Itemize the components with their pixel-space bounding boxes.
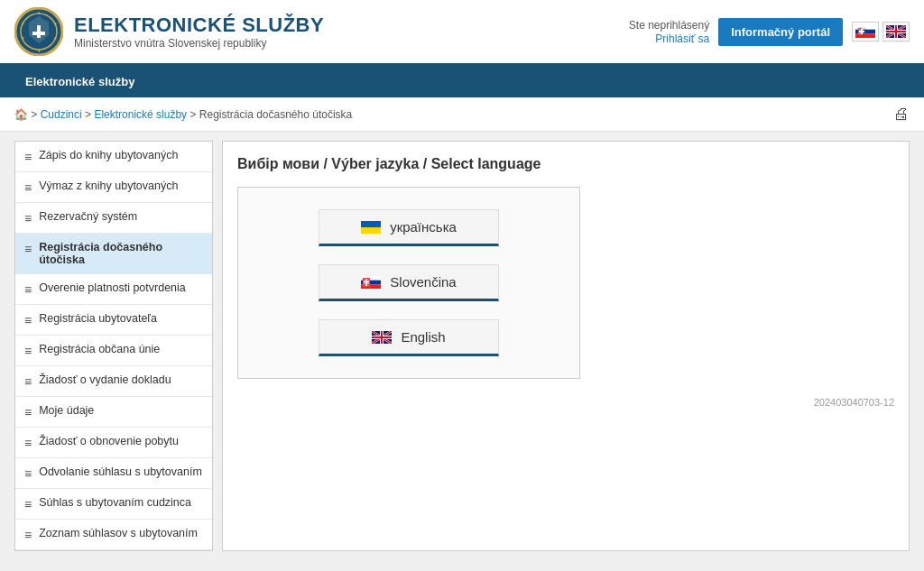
language-flags (852, 22, 910, 41)
sidebar-item-label-4: Overenie platnosti potvrdenia (39, 281, 186, 294)
breadcrumb-sep3: > (189, 108, 199, 121)
sidebar-item-12[interactable]: ≡Zoznam súhlasov s ubytovaním (15, 520, 212, 550)
sidebar-item-label-10: Odvolanie súhlasu s ubytovaním (39, 465, 202, 478)
sidebar-item-label-11: Súhlas s ubytovaním cudzinca (39, 496, 191, 509)
portal-button[interactable]: Informačný portál (718, 18, 843, 46)
main-content: ≡Zápis do knihy ubytovaných≡Výmaz z knih… (0, 132, 924, 560)
svg-rect-27 (886, 31, 906, 32)
sidebar-item-label-9: Žiadosť o obnovenie pobytu (39, 435, 179, 447)
sidebar: ≡Zápis do knihy ubytovaných≡Výmaz z knih… (14, 141, 213, 551)
breadcrumb-bar: 🏠 > Cudzinci > Elektronické služby > Reg… (0, 97, 924, 132)
breadcrumb-current: Registrácia dočasného útočiska (199, 108, 352, 121)
breadcrumb-cudzinci[interactable]: Cudzinci (41, 108, 82, 121)
sidebar-item-label-12: Zoznam súhlasov s ubytovaním (39, 527, 198, 539)
nav-item-elektronicke-sluzby[interactable]: Elektronické služby (14, 66, 145, 97)
sidebar-item-label-3: Registrácia dočasného útočiska (39, 241, 203, 266)
flag-gb-button[interactable] (882, 22, 910, 41)
sidebar-item-11[interactable]: ≡Súhlas s ubytovaním cudzinca (15, 489, 212, 520)
sidebar-item-1[interactable]: ≡Výmaz z knihy ubytovaných (15, 172, 212, 203)
login-link[interactable]: Prihlásiť sa (655, 32, 709, 45)
svg-rect-17 (859, 31, 864, 32)
header-left: ★ ★ ★ ★ ★ ★ ELEKTRONICKÉ SLUŽBY Minister… (14, 7, 324, 56)
language-option-2[interactable]: English (319, 319, 499, 356)
flag-sk-button[interactable] (852, 22, 879, 41)
sidebar-item-3[interactable]: ≡Registrácia dočasného útočiska (15, 234, 212, 274)
sidebar-item-5[interactable]: ≡Registrácia ubytovateľa (15, 305, 212, 336)
sidebar-item-0[interactable]: ≡Zápis do knihy ubytovaných (15, 142, 212, 172)
site-subtitle: Ministerstvo vnútra Slovenskej republiky (74, 37, 324, 50)
sidebar-item-icon-9: ≡ (24, 436, 32, 450)
sidebar-item-icon-6: ≡ (24, 344, 32, 358)
breadcrumb-home[interactable]: 🏠 (14, 108, 28, 121)
slovakia-flag-icon (361, 276, 381, 289)
content-footer: 202403040703-12 (237, 397, 894, 408)
sidebar-item-icon-10: ≡ (24, 466, 32, 481)
header-right: Ste neprihlásený Prihlásiť sa Informačný… (629, 18, 910, 46)
header: ★ ★ ★ ★ ★ ★ ELEKTRONICKÉ SLUŽBY Minister… (0, 0, 924, 66)
language-option-0[interactable]: українська (319, 209, 499, 246)
svg-rect-29 (361, 227, 381, 234)
sidebar-item-icon-5: ≡ (24, 313, 32, 327)
language-option-1[interactable]: Slovenčina (319, 264, 499, 301)
content-title: Вибір мови / Výber jazyka / Select langu… (237, 156, 894, 172)
sidebar-item-icon-11: ≡ (24, 497, 32, 511)
breadcrumb: 🏠 > Cudzinci > Elektronické služby > Reg… (14, 108, 352, 121)
print-icon[interactable]: 🖨 (893, 105, 910, 124)
language-selection-box: українська Slovenčina English (237, 187, 580, 379)
site-title: ELEKTRONICKÉ SLUŽBY (74, 14, 324, 37)
breadcrumb-sep1: > (31, 108, 40, 121)
sidebar-item-icon-3: ≡ (24, 242, 32, 256)
sidebar-item-icon-1: ≡ (24, 180, 32, 195)
auth-status: Ste neprihlásený (629, 19, 709, 32)
language-label-1: Slovenčina (390, 274, 456, 290)
sidebar-item-4[interactable]: ≡Overenie platnosti potvrdenia (15, 274, 212, 305)
sidebar-item-icon-2: ≡ (24, 211, 32, 226)
svg-rect-37 (364, 282, 369, 284)
sidebar-item-label-2: Rezervačný systém (39, 210, 137, 223)
ukraine-flag-icon (361, 221, 381, 234)
sidebar-item-label-5: Registrácia ubytovateľa (39, 312, 157, 325)
sidebar-item-label-1: Výmaz z knihy ubytovaných (39, 180, 178, 192)
sidebar-item-9[interactable]: ≡Žiadosť o obnovenie pobytu (15, 428, 212, 458)
sidebar-item-label-6: Registrácia občana únie (39, 343, 160, 355)
language-label-2: English (401, 329, 445, 345)
sidebar-item-label-0: Zápis do knihy ubytovaných (39, 149, 178, 161)
svg-rect-46 (372, 336, 392, 338)
language-label-0: українська (390, 219, 457, 235)
sidebar-item-8[interactable]: ≡Moje údaje (15, 397, 212, 428)
sidebar-item-icon-8: ≡ (24, 405, 32, 419)
breadcrumb-sep2: > (85, 108, 94, 121)
sidebar-item-icon-12: ≡ (24, 528, 32, 542)
breadcrumb-elektronicke-sluzby[interactable]: Elektronické služby (94, 108, 187, 121)
navigation-bar: Elektronické služby (0, 66, 924, 97)
content-area: Вибір мови / Výber jazyka / Select langu… (222, 141, 910, 551)
gb-flag-icon (372, 331, 392, 344)
sidebar-item-label-8: Moje údaje (39, 404, 94, 417)
sidebar-item-6[interactable]: ≡Registrácia občana únie (15, 336, 212, 366)
sidebar-item-icon-7: ≡ (24, 374, 32, 389)
sidebar-item-10[interactable]: ≡Odvolanie súhlasu s ubytovaním (15, 458, 212, 489)
auth-info: Ste neprihlásený Prihlásiť sa (629, 19, 709, 45)
svg-rect-36 (364, 281, 369, 282)
header-title: ELEKTRONICKÉ SLUŽBY Ministerstvo vnútra … (74, 14, 324, 50)
sidebar-item-icon-4: ≡ (24, 282, 32, 297)
sidebar-item-7[interactable]: ≡Žiadosť o vydanie dokladu (15, 366, 212, 397)
sidebar-item-label-7: Žiadosť o vydanie dokladu (39, 373, 171, 386)
logo-emblem: ★ ★ ★ ★ ★ ★ (14, 7, 63, 56)
svg-rect-4 (32, 32, 45, 35)
svg-rect-28 (361, 221, 381, 227)
sidebar-item-icon-0: ≡ (24, 150, 32, 164)
sidebar-item-2[interactable]: ≡Rezervačný systém (15, 203, 212, 234)
